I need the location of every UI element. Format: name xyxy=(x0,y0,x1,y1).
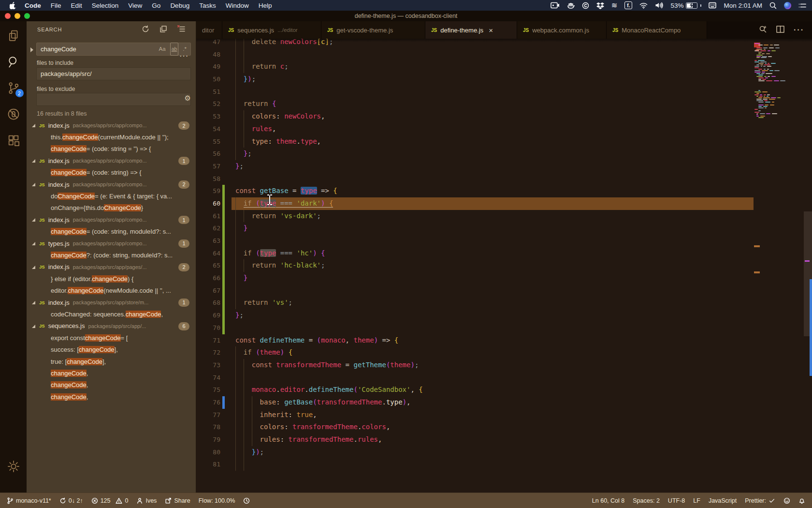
code-line[interactable]: 79 rules: transformedTheme.rules, xyxy=(196,433,812,446)
search-match-row[interactable]: true: [changeCode], xyxy=(27,356,196,367)
search-match-row[interactable]: success: [changeCode], xyxy=(27,344,196,355)
more-actions-icon[interactable]: ··· xyxy=(794,26,804,34)
menu-item-view[interactable]: View xyxy=(123,2,147,9)
search-match-row[interactable]: this.changeCode(currentModule.code || ''… xyxy=(27,131,196,143)
tab-MonacoReactCompo[interactable]: JSMonacoReactCompo xyxy=(607,21,707,39)
search-result-file-row[interactable]: JSindex.jspackages/app/src/app/compo...2 xyxy=(27,120,196,131)
twistie-icon[interactable] xyxy=(32,266,35,269)
code-line[interactable]: 81 xyxy=(196,458,812,471)
menu-item-selection[interactable]: Selection xyxy=(87,2,124,9)
close-window-button[interactable] xyxy=(5,13,11,19)
search-match-row[interactable]: changeCode = (code: string) => { xyxy=(27,167,196,179)
menu-item-debug[interactable]: Debug xyxy=(165,2,194,9)
search-match-row[interactable]: } else if (editor.changeCode) { xyxy=(27,273,196,284)
code-line[interactable]: 66 } xyxy=(196,272,812,284)
code-line[interactable]: 64 if (type === 'hc') { xyxy=(196,247,812,260)
code-line[interactable]: 59const getBase = type => { xyxy=(196,185,812,197)
search-match-row[interactable]: onChange={this.doChangeCode} xyxy=(27,202,196,214)
code-line[interactable]: 74 xyxy=(196,372,812,384)
twistie-icon[interactable] xyxy=(32,325,35,328)
tab-overflow-stub[interactable]: ditor xyxy=(196,21,222,39)
status-item-monaco-v11-[interactable]: monaco-v11* xyxy=(7,497,51,504)
search-result-file-row[interactable]: JSindex.jspackages/app/src/app/store/m..… xyxy=(27,297,196,308)
dropbox-icon[interactable] xyxy=(596,2,604,9)
code-line[interactable]: 80 }); xyxy=(196,446,812,459)
twistie-icon[interactable] xyxy=(32,183,35,186)
code-line[interactable]: 51 xyxy=(196,86,812,98)
clear-results-icon[interactable] xyxy=(177,25,185,35)
status-item-ives[interactable]: Ives xyxy=(136,497,157,504)
use-exclude-settings-icon[interactable]: ⚙ xyxy=(185,94,191,102)
search-result-file-row[interactable]: JStypes.jspackages/app/src/app/compo...1 xyxy=(27,238,196,249)
code-line[interactable]: 60 if (type === 'dark') { xyxy=(196,197,812,210)
status-item-share[interactable]: Share xyxy=(165,497,190,504)
search-result-file-row[interactable]: JSindex.jspackages/app/src/app/compo...1 xyxy=(27,214,196,225)
twistie-icon[interactable] xyxy=(32,242,35,245)
match-case-icon[interactable]: Aa xyxy=(159,43,166,55)
status-item[interactable] xyxy=(243,497,250,504)
search-match-row[interactable]: export const changeCode = [ xyxy=(27,332,196,344)
collapse-all-icon[interactable] xyxy=(160,25,167,35)
minimap[interactable] xyxy=(754,39,804,493)
spotlight-search-icon[interactable] xyxy=(769,2,777,9)
code-line[interactable]: 58 xyxy=(196,173,812,185)
tab-get-vscode-theme.js[interactable]: JSget-vscode-theme.js xyxy=(321,21,425,39)
code-line[interactable]: 75 monaco.editor.defineTheme('CodeSandbo… xyxy=(196,384,812,396)
search-result-file-row[interactable]: JSindex.jspackages/app/src/app/pages/...… xyxy=(27,261,196,273)
menu-item-file[interactable]: File xyxy=(46,2,66,9)
zoom-window-button[interactable] xyxy=(24,13,30,19)
menu-item-go[interactable]: Go xyxy=(147,2,165,9)
tab-sequences.js[interactable]: JSsequences.js.../editor xyxy=(222,21,321,39)
search-match-row[interactable]: codeChanged: sequences.changeCode, xyxy=(27,308,196,320)
menu-clock[interactable]: Mon 2:01 AM xyxy=(724,2,762,9)
settings-gear-icon[interactable] xyxy=(7,460,20,473)
code-line[interactable]: 50 }); xyxy=(196,73,812,86)
search-match-row[interactable]: changeCode, xyxy=(27,367,196,379)
facebook-icon[interactable]: f. xyxy=(624,1,632,9)
code-line[interactable]: 67 xyxy=(196,284,812,297)
toggle-search-details-icon[interactable]: ··· xyxy=(180,52,189,60)
code-line[interactable]: 73 const transformedTheme = getTheme(the… xyxy=(196,359,812,372)
files-to-include-input[interactable]: packages/app/src/ xyxy=(36,67,191,80)
search-match-row[interactable]: changeCode = (code: string, moduleId?: s… xyxy=(27,226,196,238)
code-line[interactable]: 68 return 'vs'; xyxy=(196,297,812,309)
code-line[interactable]: 49 return c; xyxy=(196,60,812,73)
search-match-row[interactable]: doChangeCode = (e: Event & { target: { v… xyxy=(27,190,196,202)
menu-item-edit[interactable]: Edit xyxy=(66,2,87,9)
twistie-icon[interactable] xyxy=(32,218,35,222)
code-line[interactable]: 65 return 'hc-black'; xyxy=(196,259,812,272)
code-line[interactable]: 54 rules, xyxy=(196,123,812,135)
code-line[interactable]: 78 colors: transformedTheme.colors, xyxy=(196,421,812,433)
tab-define-theme.js[interactable]: JSdefine-theme.js× xyxy=(425,21,517,39)
menu-item-help[interactable]: Help xyxy=(254,2,277,9)
code-line[interactable]: 48 xyxy=(196,48,812,61)
apple-menu-icon[interactable] xyxy=(6,2,20,9)
keyboard-input-icon[interactable] xyxy=(709,2,716,9)
status-item[interactable] xyxy=(783,497,790,504)
search-match-row[interactable]: changeCode = (code: string = '') => { xyxy=(27,143,196,155)
split-editor-icon[interactable] xyxy=(776,26,784,35)
status-item-javascript[interactable]: JavaScript xyxy=(709,497,737,504)
status-item-spaces-2[interactable]: Spaces: 2 xyxy=(633,497,660,504)
close-tab-icon[interactable]: × xyxy=(489,27,493,34)
volume-icon[interactable] xyxy=(655,2,663,9)
battery-indicator[interactable]: 53% xyxy=(670,2,701,9)
status-item-utf-8[interactable]: UTF-8 xyxy=(668,497,685,504)
code-line[interactable]: 76 base: getBase(transformedTheme.type), xyxy=(196,396,812,409)
code-editor[interactable]: 47 delete newColors[c];4849 return c;50 … xyxy=(196,39,812,493)
code-line[interactable]: 69}; xyxy=(196,309,812,322)
notification-list-icon[interactable] xyxy=(798,2,806,9)
explorer-icon[interactable] xyxy=(7,29,20,43)
code-line[interactable]: 55 type: theme.type, xyxy=(196,135,812,148)
status-item-flow-100-0-[interactable]: Flow: 100.0% xyxy=(199,497,235,504)
status-item-0-2-[interactable]: 0↓ 2↑ xyxy=(59,497,83,504)
minimize-window-button[interactable] xyxy=(14,13,20,19)
search-match-row[interactable]: changeCode, xyxy=(27,391,196,403)
code-line[interactable]: 70 xyxy=(196,322,812,334)
search-icon[interactable] xyxy=(7,55,20,69)
menu-item-tasks[interactable]: Tasks xyxy=(194,2,221,9)
code-line[interactable]: 56 }; xyxy=(196,148,812,160)
code-line[interactable]: 52 return { xyxy=(196,98,812,110)
tab-webpack.common.js[interactable]: JSwebpack.common.js xyxy=(517,21,607,39)
adobe-cc-icon[interactable] xyxy=(582,2,589,9)
